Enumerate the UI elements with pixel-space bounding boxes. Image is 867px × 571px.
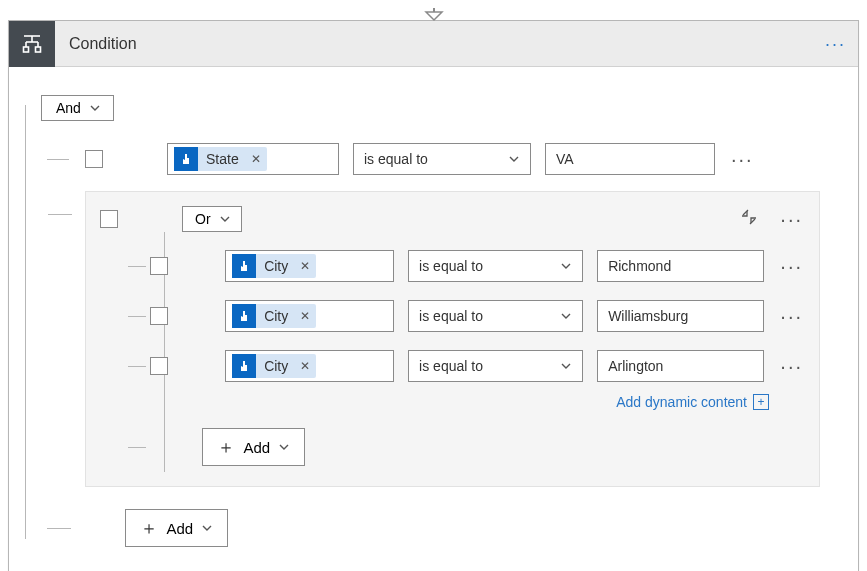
row-checkbox[interactable] <box>150 357 168 375</box>
row-checkbox[interactable] <box>150 257 168 275</box>
tree-line <box>47 528 71 529</box>
row-checkbox[interactable] <box>85 150 103 168</box>
card-body: And State ✕ is equal to <box>9 67 858 571</box>
chevron-down-icon <box>508 153 520 165</box>
tree-line <box>128 447 146 448</box>
row-menu-button[interactable]: ··· <box>778 360 805 372</box>
touch-icon <box>232 304 256 328</box>
dynamic-token: City ✕ <box>232 354 316 378</box>
outer-combiner-label: And <box>56 100 81 116</box>
add-label: Add <box>166 520 193 537</box>
row-menu-button[interactable]: ··· <box>778 310 805 322</box>
dynamic-token: City ✕ <box>232 304 316 328</box>
nested-group: Or ··· <box>85 191 820 487</box>
tree-line <box>25 105 26 539</box>
nested-combiner-select[interactable]: Or <box>182 206 242 232</box>
row-checkbox[interactable] <box>150 307 168 325</box>
tree-line <box>47 159 69 160</box>
token-label: State <box>198 151 245 167</box>
plus-icon: ＋ <box>140 516 158 540</box>
row-menu-button[interactable]: ··· <box>729 153 756 165</box>
value-text: Williamsburg <box>608 308 688 324</box>
value-text: Arlington <box>608 358 663 374</box>
card-header: Condition ··· <box>9 21 858 67</box>
condition-row: City ✕ is equal to Williamsburg ··· <box>150 300 805 332</box>
add-label: Add <box>243 439 270 456</box>
operator-select[interactable]: is equal to <box>353 143 531 175</box>
svg-rect-1 <box>36 47 41 52</box>
nested-add-button[interactable]: ＋ Add <box>202 428 305 466</box>
operator-label: is equal to <box>419 308 483 324</box>
add-dynamic-content-link[interactable]: Add dynamic content + <box>616 394 769 410</box>
group-menu-button[interactable]: ··· <box>778 213 805 225</box>
plus-icon: ＋ <box>217 435 235 459</box>
token-label: City <box>256 358 294 374</box>
operator-select[interactable]: is equal to <box>408 300 583 332</box>
field-input[interactable]: City ✕ <box>225 300 394 332</box>
condition-row: State ✕ is equal to VA ··· <box>85 143 820 175</box>
chevron-down-icon <box>219 213 231 225</box>
nested-combiner-label: Or <box>195 211 211 227</box>
condition-card: Condition ··· And State ✕ <box>8 20 859 571</box>
chevron-down-icon <box>89 102 101 114</box>
operator-label: is equal to <box>419 258 483 274</box>
chevron-down-icon <box>560 310 572 322</box>
dynamic-token: State ✕ <box>174 147 267 171</box>
outer-combiner-select[interactable]: And <box>41 95 114 121</box>
token-remove-button[interactable]: ✕ <box>245 152 267 166</box>
touch-icon <box>232 354 256 378</box>
field-input[interactable]: City ✕ <box>225 350 394 382</box>
dynamic-token: City ✕ <box>232 254 316 278</box>
row-menu-button[interactable]: ··· <box>778 260 805 272</box>
outer-add-button[interactable]: ＋ Add <box>125 509 228 547</box>
touch-icon <box>232 254 256 278</box>
svg-rect-0 <box>24 47 29 52</box>
condition-row: City ✕ is equal to Richmond ··· <box>150 250 805 282</box>
value-text: VA <box>556 151 574 167</box>
collapse-button[interactable] <box>740 208 758 230</box>
flow-arrow-icon <box>424 8 444 22</box>
value-text: Richmond <box>608 258 671 274</box>
condition-row: City ✕ is equal to Arlington ··· <box>150 350 805 382</box>
group-checkbox[interactable] <box>100 210 118 228</box>
chevron-down-icon <box>560 360 572 372</box>
nested-rows: City ✕ is equal to Richmond ··· <box>150 250 805 466</box>
chevron-down-icon <box>278 441 290 453</box>
token-remove-button[interactable]: ✕ <box>294 309 316 323</box>
tree-line <box>48 214 72 215</box>
token-label: City <box>256 258 294 274</box>
plus-box-icon: + <box>753 394 769 410</box>
tree-line <box>128 266 146 267</box>
operator-select[interactable]: is equal to <box>408 250 583 282</box>
operator-select[interactable]: is equal to <box>408 350 583 382</box>
field-input[interactable]: City ✕ <box>225 250 394 282</box>
card-menu-button[interactable]: ··· <box>825 21 846 67</box>
operator-label: is equal to <box>364 151 428 167</box>
field-input[interactable]: State ✕ <box>167 143 339 175</box>
value-input[interactable]: Arlington <box>597 350 764 382</box>
tree-line <box>128 316 146 317</box>
value-input[interactable]: Richmond <box>597 250 764 282</box>
value-input[interactable]: Williamsburg <box>597 300 764 332</box>
dynamic-link-text: Add dynamic content <box>616 394 747 410</box>
tree-line <box>128 366 146 367</box>
token-label: City <box>256 308 294 324</box>
chevron-down-icon <box>201 522 213 534</box>
touch-icon <box>174 147 198 171</box>
value-input[interactable]: VA <box>545 143 715 175</box>
condition-icon <box>9 21 55 67</box>
token-remove-button[interactable]: ✕ <box>294 359 316 373</box>
chevron-down-icon <box>560 260 572 272</box>
token-remove-button[interactable]: ✕ <box>294 259 316 273</box>
nested-group-header: Or ··· <box>100 206 805 232</box>
operator-label: is equal to <box>419 358 483 374</box>
card-title: Condition <box>55 35 137 53</box>
